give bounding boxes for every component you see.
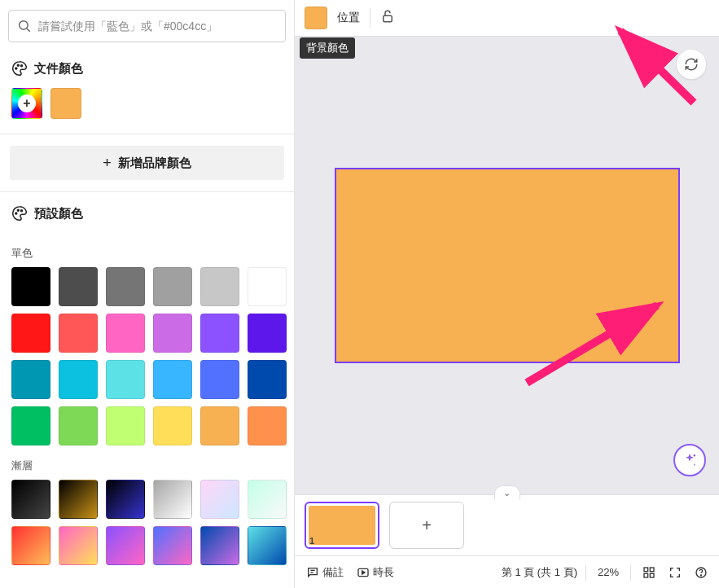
gradient-swatch[interactable]: [59, 480, 98, 519]
search-icon: [17, 19, 32, 33]
svg-point-7: [21, 210, 23, 212]
divider: [630, 564, 631, 581]
color-swatch[interactable]: [248, 267, 287, 306]
color-swatch[interactable]: [153, 267, 192, 306]
page-number: 1: [309, 536, 314, 546]
color-swatch[interactable]: [248, 360, 287, 399]
gradient-colors-grid: [0, 480, 294, 570]
color-swatch[interactable]: [200, 267, 239, 306]
gradient-swatch[interactable]: [106, 526, 145, 565]
svg-marker-14: [362, 571, 365, 574]
workspace: 位置 背景顏色 ⌄ 1 + 備註 時長: [295, 0, 719, 588]
svg-point-0: [20, 21, 28, 30]
color-swatch[interactable]: [11, 267, 50, 306]
color-swatch[interactable]: [153, 314, 192, 353]
add-brand-color-button[interactable]: + 新增品牌顏色: [10, 146, 284, 180]
gradient-swatch[interactable]: [59, 526, 98, 565]
gradient-swatch[interactable]: [200, 480, 239, 519]
magic-button[interactable]: [673, 444, 706, 476]
refresh-button[interactable]: [677, 50, 706, 79]
color-panel: 文件顏色 + + 新增品牌顏色 預設顏色 單色 漸層: [0, 0, 295, 588]
svg-rect-17: [644, 573, 648, 577]
svg-line-1: [27, 29, 30, 32]
color-swatch[interactable]: [11, 314, 50, 353]
position-button[interactable]: 位置: [337, 11, 360, 25]
gradient-swatch[interactable]: [11, 480, 50, 519]
default-colors-title: 預設顏色: [34, 206, 83, 222]
svg-rect-18: [650, 573, 654, 577]
color-swatch[interactable]: [59, 360, 98, 399]
color-swatch[interactable]: [248, 314, 287, 353]
svg-point-3: [17, 64, 19, 66]
add-page-button[interactable]: +: [389, 502, 464, 549]
divider: [0, 191, 294, 192]
zoom-level[interactable]: 22%: [594, 563, 622, 581]
color-swatch[interactable]: [153, 406, 192, 445]
gradient-swatch[interactable]: [248, 480, 287, 519]
help-icon: [695, 566, 708, 579]
gradient-swatch[interactable]: [153, 526, 192, 565]
color-swatch[interactable]: [200, 314, 239, 353]
color-swatch[interactable]: [106, 360, 145, 399]
fullscreen-icon: [669, 566, 682, 579]
document-colors-title: 文件顏色: [34, 61, 83, 77]
svg-point-9: [694, 454, 696, 457]
help-button[interactable]: [691, 563, 711, 582]
palette-icon: [11, 60, 28, 77]
document-color-swatch[interactable]: [50, 88, 81, 119]
svg-rect-16: [650, 568, 654, 572]
divider: [370, 8, 370, 28]
lock-icon[interactable]: [380, 9, 395, 27]
notes-icon: [306, 566, 319, 579]
color-swatch[interactable]: [106, 406, 145, 445]
svg-point-2: [15, 68, 17, 69]
page-counter: 第 1 頁 (共 1 頁): [502, 565, 577, 580]
color-swatch[interactable]: [248, 406, 287, 445]
color-search-input[interactable]: [38, 20, 277, 33]
add-color-swatch[interactable]: +: [11, 88, 42, 119]
play-icon: [357, 566, 370, 579]
divider: [585, 564, 586, 581]
gradient-colors-label: 漸層: [0, 459, 294, 473]
color-swatch[interactable]: [200, 406, 239, 445]
svg-point-10: [694, 464, 695, 466]
duration-button[interactable]: 時長: [353, 562, 397, 583]
canvas-page[interactable]: [335, 168, 680, 363]
svg-rect-15: [644, 568, 648, 572]
topbar: 位置 背景顏色: [295, 0, 719, 37]
svg-point-4: [21, 65, 23, 67]
color-search-box[interactable]: [8, 10, 286, 42]
color-swatch[interactable]: [200, 360, 239, 399]
gradient-swatch[interactable]: [11, 526, 50, 565]
page-strip: 1 +: [295, 494, 719, 555]
gradient-swatch[interactable]: [106, 480, 145, 519]
svg-point-5: [15, 213, 17, 214]
color-swatch[interactable]: [59, 267, 98, 306]
svg-point-20: [700, 574, 701, 575]
color-swatch[interactable]: [11, 360, 50, 399]
default-palette-icon: [11, 205, 28, 222]
solid-colors-grid: [0, 267, 294, 450]
gradient-swatch[interactable]: [248, 526, 287, 565]
background-color-button[interactable]: [305, 7, 327, 29]
notes-button[interactable]: 備註: [303, 562, 347, 583]
color-swatch[interactable]: [59, 406, 98, 445]
color-swatch[interactable]: [106, 267, 145, 306]
grid-view-button[interactable]: [639, 563, 659, 582]
page-thumbnail[interactable]: 1: [305, 502, 379, 549]
svg-point-6: [17, 209, 19, 211]
collapse-strip-button[interactable]: ⌄: [494, 485, 520, 500]
color-swatch[interactable]: [153, 360, 192, 399]
grid-icon: [642, 566, 655, 579]
canvas-area[interactable]: [295, 37, 719, 494]
color-swatch[interactable]: [59, 314, 98, 353]
gradient-swatch[interactable]: [200, 526, 239, 565]
bottombar: 備註 時長 第 1 頁 (共 1 頁) 22%: [295, 555, 719, 588]
color-swatch[interactable]: [11, 406, 50, 445]
solid-colors-label: 單色: [0, 246, 294, 261]
color-swatch[interactable]: [106, 314, 145, 353]
svg-rect-8: [384, 15, 392, 22]
divider: [0, 134, 294, 134]
gradient-swatch[interactable]: [153, 480, 192, 519]
fullscreen-button[interactable]: [665, 563, 685, 582]
